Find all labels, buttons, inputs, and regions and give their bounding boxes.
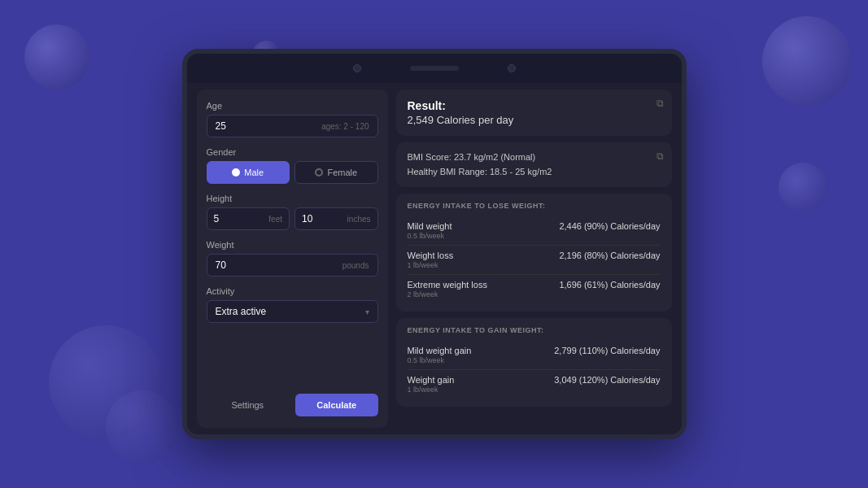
height-feet-value: 5 xyxy=(214,213,220,224)
settings-button[interactable]: Settings xyxy=(207,394,290,416)
height-feet-input[interactable]: 5 feet xyxy=(207,207,290,230)
lose-weight-row: Mild weight 0.5 lb/week 2,446 (90%) Calo… xyxy=(408,216,661,246)
weight-row-label: Extreme weight loss xyxy=(408,280,487,290)
weight-row-sublabel: 2 lb/week xyxy=(408,290,487,298)
weight-row-label: Mild weight gain xyxy=(408,346,472,355)
bmi-score: BMI Score: 23.7 kg/m2 (Normal) xyxy=(408,150,661,165)
weight-row-value: 2,799 (110%) Calories/day xyxy=(554,346,660,355)
weight-row-sublabel: 1 lb/week xyxy=(408,386,455,394)
male-button[interactable]: Male xyxy=(207,161,290,184)
female-radio-dot xyxy=(315,168,323,176)
height-inches-value: 10 xyxy=(302,213,312,224)
right-panel: ⧉ Result: 2,549 Calories per day ⧉ BMI S… xyxy=(396,89,672,428)
weight-row-label: Weight loss xyxy=(408,251,454,260)
weight-row-label: Mild weight xyxy=(408,221,452,231)
tablet-content: Age 25 ages: 2 - 120 Gender Male Female xyxy=(187,83,682,434)
age-value: 25 xyxy=(216,120,226,132)
age-field-group: Age 25 ages: 2 - 120 xyxy=(207,101,378,137)
lose-weight-row: Extreme weight loss 2 lb/week 1,696 (61%… xyxy=(408,275,661,303)
orb-decoration-1 xyxy=(24,24,89,89)
orb-decoration-3 xyxy=(762,16,852,106)
camera-icon xyxy=(353,64,361,72)
weight-row-value: 1,696 (61%) Calories/day xyxy=(559,280,660,290)
weight-input[interactable]: 70 pounds xyxy=(207,254,378,277)
calculate-button[interactable]: Calculate xyxy=(295,394,378,416)
weight-unit: pounds xyxy=(342,261,369,270)
height-inches-input[interactable]: 10 inches xyxy=(294,207,378,230)
result-title: Result: xyxy=(408,99,661,112)
bmi-card: ⧉ BMI Score: 23.7 kg/m2 (Normal) Healthy… xyxy=(396,142,672,187)
result-card: ⧉ Result: 2,549 Calories per day xyxy=(396,89,672,136)
female-label: Female xyxy=(327,168,357,177)
activity-dropdown[interactable]: Extra active ▾ xyxy=(207,300,378,323)
lose-weight-section: ENERGY INTAKE TO LOSE WEIGHT: Mild weigh… xyxy=(396,194,672,312)
gain-weight-row: Mild weight gain 0.5 lb/week 2,799 (110%… xyxy=(408,341,661,370)
male-label: Male xyxy=(244,168,264,177)
weight-row-sublabel: 1 lb/week xyxy=(408,261,454,269)
activity-field-group: Activity Extra active ▾ xyxy=(207,286,378,323)
copy-icon[interactable]: ⧉ xyxy=(656,98,664,109)
activity-value: Extra active xyxy=(216,306,267,317)
tablet-top-bar xyxy=(187,54,682,83)
weight-label: Weight xyxy=(207,240,378,250)
chevron-down-icon: ▾ xyxy=(365,307,369,316)
height-inputs: 5 feet 10 inches xyxy=(207,207,378,230)
gain-weight-rows: Mild weight gain 0.5 lb/week 2,799 (110%… xyxy=(408,341,661,399)
age-hint: ages: 2 - 120 xyxy=(321,122,369,131)
female-button[interactable]: Female xyxy=(294,161,378,184)
weight-row-sublabel: 0.5 lb/week xyxy=(408,356,472,364)
bmi-range: Healthy BMI Range: 18.5 - 25 kg/m2 xyxy=(408,165,661,180)
lose-weight-row: Weight loss 1 lb/week 2,196 (80%) Calori… xyxy=(408,246,661,275)
weight-field-group: Weight 70 pounds xyxy=(207,240,378,277)
age-input[interactable]: 25 ages: 2 - 120 xyxy=(207,115,378,137)
sensor xyxy=(508,64,516,72)
gain-weight-row: Weight gain 1 lb/week 3,049 (120%) Calor… xyxy=(408,370,661,399)
left-panel: Age 25 ages: 2 - 120 Gender Male Female xyxy=(197,89,388,428)
activity-label: Activity xyxy=(207,286,378,296)
height-feet-unit: feet xyxy=(268,215,282,224)
height-field-group: Height 5 feet 10 inches xyxy=(207,194,378,230)
bottom-buttons: Settings Calculate xyxy=(207,394,378,416)
height-label: Height xyxy=(207,194,378,203)
result-calories: 2,549 Calories per day xyxy=(408,114,661,126)
lose-weight-rows: Mild weight 0.5 lb/week 2,446 (90%) Calo… xyxy=(408,216,661,303)
lose-weight-title: ENERGY INTAKE TO LOSE WEIGHT: xyxy=(408,202,661,210)
height-inches-unit: inches xyxy=(347,215,371,224)
orb-decoration-6 xyxy=(779,163,827,211)
male-radio-dot xyxy=(232,168,240,176)
age-label: Age xyxy=(207,101,378,111)
gain-weight-section: ENERGY INTAKE TO GAIN WEIGHT: Mild weigh… xyxy=(396,318,672,407)
weight-row-value: 2,196 (80%) Calories/day xyxy=(559,251,660,260)
speaker xyxy=(410,66,459,71)
weight-row-sublabel: 0.5 lb/week xyxy=(408,232,452,240)
tablet-device: Age 25 ages: 2 - 120 Gender Male Female xyxy=(182,49,687,439)
weight-row-value: 2,446 (90%) Calories/day xyxy=(559,221,660,231)
orb-decoration-5 xyxy=(106,390,179,464)
gain-weight-title: ENERGY INTAKE TO GAIN WEIGHT: xyxy=(408,326,661,334)
weight-value: 70 xyxy=(216,259,226,271)
gender-group: Male Female xyxy=(207,161,378,184)
gender-field-group: Gender Male Female xyxy=(207,147,378,184)
weight-row-value: 3,049 (120%) Calories/day xyxy=(554,375,660,385)
gender-label: Gender xyxy=(207,147,378,157)
copy-icon-bmi[interactable]: ⧉ xyxy=(656,150,664,162)
weight-row-label: Weight gain xyxy=(408,375,455,385)
